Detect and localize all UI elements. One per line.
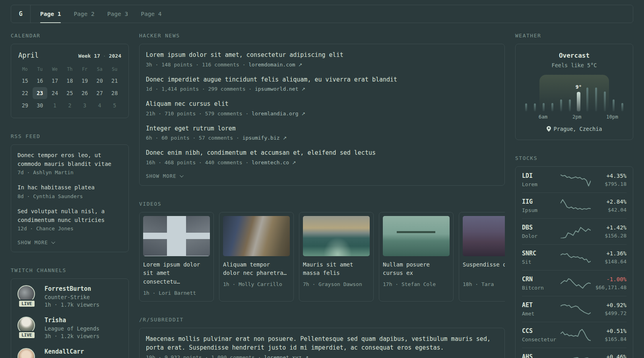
calendar-day: 25 [62,87,78,99]
hn-item-title[interactable]: Aliquam nec cursus elit [146,99,498,109]
video-meta: 18h · Tara [463,281,505,287]
rss-item-title[interactable]: Donec tempor eros leo, ut commodo mauris… [17,151,122,168]
stock-row[interactable]: AET Amet +0.92% $499.72 [522,296,627,322]
app-logo[interactable]: G [11,5,31,23]
tab-page-2[interactable]: Page 2 [74,5,94,23]
weather-bar [595,88,597,111]
stock-values: -1.00% $66,171.48 [591,276,627,290]
weather-bar-column [522,75,531,111]
video-title[interactable]: Lorem ipsum dolor sit amet consectetu… [143,261,210,286]
hn-item-domain[interactable]: loremlandia.org [252,111,298,117]
hn-item-title[interactable]: Donec enim nibh, condimentum et accumsan… [146,148,498,158]
stock-identity: AHS [522,353,560,358]
external-link-icon: ↗ [283,135,287,141]
tab-page-3[interactable]: Page 3 [107,5,128,23]
video-title[interactable]: Suspendisse diam [463,261,505,278]
calendar-day: 3 [77,99,92,111]
twitch-channel-item[interactable]: LIVE ForrestBurton Counter-Strike 1h · 1… [17,285,122,308]
twitch-channel-meta: 3h · 1.2k viewers [45,333,99,339]
twitch-avatar-wrap [17,348,37,358]
video-card[interactable]: Lorem ipsum dolor sit amet consectetu… 1… [139,212,214,302]
calendar-day: 28 [107,87,122,99]
stock-symbol: CRN [522,276,560,283]
twitch-channel-item[interactable]: KendallCarr [17,348,122,358]
reddit-post-domain[interactable]: loremnet.xyz [264,354,301,358]
calendar-day: 15 [17,75,33,87]
video-card[interactable]: Suspendisse diam 18h · Tara [459,212,505,302]
calendar-day: 17 [47,75,62,87]
hn-item-title[interactable]: Donec imperdiet augue tincidunt felis al… [146,75,498,84]
twitch-channel-name[interactable]: KendallCarr [45,348,84,355]
external-link-icon: ↗ [301,111,305,117]
stock-symbol: IIG [522,198,560,205]
hn-item-domain[interactable]: ipsumworld.net [255,86,299,92]
calendar-weekday: We [47,63,62,74]
hn-show-more-button[interactable]: SHOW MORE [146,173,498,179]
reddit-post-title[interactable]: Maecenas mollis pulvinar erat non posuer… [146,335,498,352]
weather-bar-column [592,75,600,111]
twitch-channel-name[interactable]: ForrestBurton [45,285,99,292]
stock-row[interactable]: DBS Dolor +1.42% $156.28 [522,218,627,244]
hn-item-stats: 16h · 468 points · 440 comments · [146,160,252,165]
rss-item-title[interactable]: In hac habitasse platea [17,183,122,192]
twitch-channel-name[interactable]: Trisha [45,317,99,324]
weather-bar [543,103,545,111]
tab-page-4[interactable]: Page 4 [141,5,161,23]
stock-price: $42.04 [591,207,627,213]
calendar-day: 1 [47,99,62,111]
rss-item: In hac habitasse platea 8d · Cynthia Sau… [17,183,122,199]
calendar-day: 2 [62,99,78,111]
hn-item-title[interactable]: Lorem ipsum dolor sit amet, consectetur … [146,51,498,60]
video-card[interactable]: Aliquam tempor dolor nec pharetra… 1h · … [219,212,294,302]
video-card[interactable]: Mauris sit amet massa felis 7h · Grayson… [299,212,374,302]
video-title[interactable]: Mauris sit amet massa felis [303,261,370,278]
video-thumbnail[interactable] [143,216,210,256]
weather-location[interactable]: Prague, Czechia [547,126,602,132]
rss-card: Donec tempor eros leo, ut commodo mauris… [11,144,129,252]
video-thumbnail[interactable] [303,216,370,256]
twitch-channel-item[interactable]: LIVE Trisha League of Legends 3h · 1.2k … [17,317,122,339]
videos-section: VIDEOS Lorem ipsum dolor sit amet consec… [139,201,505,302]
video-title[interactable]: Nullam posuere cursus ex [383,261,450,278]
hn-item-domain[interactable]: loremdomain.com [248,62,295,68]
chevron-down-icon [180,173,184,177]
video-card[interactable]: Nullam posuere cursus ex 17h · Stefan Co… [379,212,454,302]
video-thumbnail[interactable] [463,216,505,256]
video-thumbnail[interactable] [223,216,290,256]
hn-item-title[interactable]: Integer eget rutrum lorem [146,124,498,133]
weather-feels-like: Feels like 5°C [522,62,627,68]
rss-item-title[interactable]: Sed volutpat nulla nisl, a condimentum n… [17,207,122,224]
stock-row[interactable]: AHS +0.46% [522,348,627,358]
hn-item-meta: 6h · 60 points · 57 comments · ipsumify.… [146,135,498,141]
rss-item: Donec tempor eros leo, ut commodo mauris… [17,151,122,175]
calendar-separator-dot: · [103,53,106,59]
calendar-week-info: Week 17 · 2024 [78,53,121,59]
dashboard-page: G Page 1 Page 2 Page 3 Page 4 CALENDAR A… [0,5,644,358]
calendar-day: 22 [17,87,33,99]
stock-values: +0.92% $499.72 [591,302,627,316]
rss-show-more-label: SHOW MORE [17,239,48,245]
hn-item-domain[interactable]: ipsumify.biz [242,135,280,141]
stock-row[interactable]: CRN Bitcorn -1.00% $66,171.48 [522,270,627,296]
stock-change: +0.51% [591,328,627,334]
weather-bar-column [609,75,618,111]
video-title[interactable]: Aliquam tempor dolor nec pharetra… [223,261,290,278]
stock-price: $499.72 [591,310,627,316]
hn-item-meta: 3h · 148 points · 116 comments · loremdo… [146,62,498,68]
stock-symbol: LDI [522,172,560,179]
stock-sparkline [560,302,591,316]
stock-row[interactable]: SNRC Sit +1.36% $148.64 [522,244,627,270]
video-thumbnail[interactable] [383,216,450,256]
rss-show-more-button[interactable]: SHOW MORE [17,239,122,245]
hn-item-domain[interactable]: loremtech.co [252,160,289,165]
stock-values: +1.42% $156.28 [591,224,627,239]
tab-page-1[interactable]: Page 1 [40,5,61,23]
stock-row[interactable]: LDI Lorem +4.35% $795.18 [522,167,627,193]
video-meta: 17h · Stefan Cole [383,281,450,287]
videos-section-title: VIDEOS [139,201,505,207]
calendar-section-title: CALENDAR [11,33,129,39]
stock-change: -1.00% [591,276,627,282]
stock-row[interactable]: CCS Consectetur +0.51% $165.84 [522,322,627,348]
twitch-channel-game: League of Legends [45,325,99,332]
stock-row[interactable]: IIG Ipsum +2.84% $42.04 [522,193,627,218]
